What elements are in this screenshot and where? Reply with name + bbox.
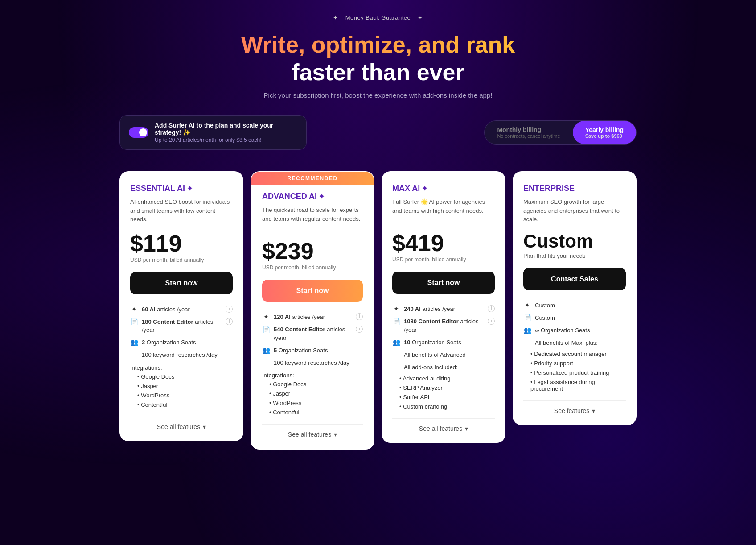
- feature-list-max: ✦ 240 AI articles /yeari 📄 1080 Content …: [392, 303, 495, 374]
- see-features-advanced[interactable]: See all features ▾: [262, 424, 363, 438]
- ai-toggle-text: Add Surfer AI to the plan and scale your…: [155, 122, 297, 143]
- feature-item: ✦ 60 AI articles /yeari: [130, 303, 233, 316]
- feat-icon: 📄: [392, 318, 400, 326]
- addon-item: • Advanced auditing: [392, 374, 495, 383]
- feat-text: 180 Content Editor articles /year: [142, 318, 222, 334]
- star-left: ✦: [333, 14, 338, 21]
- plan-price-note-enterprise: Plan that fits your needs: [523, 252, 626, 259]
- feat-text: Custom: [535, 314, 626, 322]
- plan-price-note-advanced: USD per month, billed annually: [262, 264, 363, 271]
- feat-text: All add-ons included:: [404, 363, 495, 372]
- info-icon[interactable]: i: [488, 318, 495, 325]
- feat-text: All benefits of Max, plus:: [535, 339, 626, 347]
- enterprise-extra-item: • Personalized product training: [523, 368, 626, 377]
- plan-card-max: MAX AI✦ Full Surfer 🌟 AI power for agenc…: [382, 171, 505, 443]
- chevron-down-icon: ▾: [203, 423, 206, 430]
- see-features-label: See all features: [157, 423, 200, 430]
- see-features-enterprise[interactable]: See features ▾: [523, 400, 626, 414]
- feat-icon: 👥: [392, 339, 400, 347]
- card-inner-enterprise: ENTERPRISE Maximum SEO growth for large …: [513, 171, 637, 425]
- billing-yearly[interactable]: Yearly billing Save up to $960: [573, 121, 636, 144]
- feat-icon: ✦: [523, 301, 531, 310]
- billing-monthly[interactable]: Monthly billing No contracts, cancel any…: [485, 121, 572, 144]
- info-icon[interactable]: i: [356, 326, 363, 333]
- feat-icon: [262, 359, 270, 367]
- integrations-label: Integrations:: [262, 369, 363, 380]
- feature-item: 👥 10 Organization Seats: [392, 336, 495, 349]
- plan-price-essential: $119: [130, 232, 233, 255]
- recommended-badge: RECOMMENDED: [251, 172, 374, 185]
- start-button-advanced[interactable]: Start now: [262, 280, 363, 302]
- feat-icon: ✦: [392, 305, 400, 313]
- cards-grid: ESSENTIAL AI✦ AI-enhanced SEO boost for …: [119, 171, 637, 450]
- addon-item: • SERP Analyzer: [392, 383, 495, 392]
- controls-row: Add Surfer AI to the plan and scale your…: [119, 115, 637, 150]
- feat-icon: 📄: [262, 326, 270, 334]
- yearly-sub: Save up to $960: [585, 133, 624, 139]
- feat-icon: 👥: [130, 339, 138, 347]
- integration-item: • Google Docs: [130, 372, 233, 381]
- plan-name-advanced: ADVANCED AI✦: [262, 192, 363, 201]
- monthly-sub: No contracts, cancel anytime: [497, 133, 560, 139]
- ai-toggle-box[interactable]: Add Surfer AI to the plan and scale your…: [119, 115, 307, 150]
- plan-price-max: $419: [392, 231, 495, 255]
- integration-item: • Jasper: [262, 389, 363, 398]
- integration-item: • WordPress: [130, 391, 233, 400]
- plan-card-essential: ESSENTIAL AI✦ AI-enhanced SEO boost for …: [119, 171, 243, 441]
- chevron-down-icon: ▾: [334, 431, 337, 438]
- addon-item: • Surfer API: [392, 392, 495, 402]
- hero-gradient-text: Write, optimize, and rank: [119, 32, 637, 58]
- start-button-enterprise[interactable]: Contact Sales: [523, 268, 626, 290]
- integration-item: • Google Docs: [262, 380, 363, 389]
- feat-text: ∞ Organization Seats: [535, 326, 626, 334]
- start-button-max[interactable]: Start now: [392, 272, 495, 294]
- feat-icon: [392, 363, 400, 372]
- see-features-label: See features: [554, 407, 589, 414]
- plan-card-advanced: RECOMMENDED ADVANCED AI✦ The quickest ro…: [251, 171, 374, 450]
- plan-sparkle-max: ✦: [422, 184, 427, 193]
- monthly-label: Monthly billing: [497, 126, 560, 133]
- card-inner-advanced: ADVANCED AI✦ The quickest road to scale …: [251, 172, 374, 449]
- feat-text: 540 Content Editor articles /year: [274, 326, 352, 342]
- feat-text: 120 AI articles /year: [274, 313, 352, 321]
- feat-text: 10 Organization Seats: [404, 339, 495, 347]
- feature-item: ✦ 120 AI articles /yeari: [262, 311, 363, 323]
- hero-title: Write, optimize, and rank faster than ev…: [119, 32, 637, 86]
- yearly-label: Yearly billing: [585, 126, 624, 133]
- integration-item: • WordPress: [262, 398, 363, 408]
- feat-icon: 📄: [523, 314, 531, 322]
- feat-text: 2 Organization Seats: [142, 339, 233, 347]
- feature-list-advanced: ✦ 120 AI articles /yeari 📄 540 Content E…: [262, 311, 363, 369]
- plan-name-enterprise: ENTERPRISE: [523, 184, 626, 193]
- addon-item: • Custom branding: [392, 402, 495, 411]
- see-features-label: See all features: [419, 425, 462, 432]
- info-icon[interactable]: i: [226, 318, 233, 325]
- money-back-text: Money Back Guarantee: [345, 14, 411, 21]
- chevron-down-icon: ▾: [465, 425, 468, 432]
- feature-item: 100 keyword researches /day: [130, 349, 233, 361]
- start-button-essential[interactable]: Start now: [130, 272, 233, 294]
- plan-sparkle-essential: ✦: [187, 184, 193, 193]
- ai-toggle-switch[interactable]: [129, 127, 148, 138]
- integrations-label: Integrations:: [130, 362, 233, 372]
- plan-price-advanced: $239: [262, 239, 363, 263]
- feature-list-enterprise: ✦ Custom 📄 Custom 👥 ∞ Organization Seats…: [523, 299, 626, 350]
- feat-icon: 📄: [130, 318, 138, 326]
- feat-icon: [130, 351, 138, 359]
- info-icon[interactable]: i: [488, 305, 495, 312]
- feature-item: 👥 ∞ Organization Seats: [523, 324, 626, 337]
- ai-toggle-sub-label: Up to 20 AI articles/month for only $8.5…: [155, 137, 297, 143]
- feature-item: All benefits of Max, plus:: [523, 337, 626, 349]
- feat-text: 100 keyword researches /day: [274, 359, 363, 367]
- plan-price-note-max: USD per month, billed annually: [392, 256, 495, 263]
- info-icon[interactable]: i: [356, 313, 363, 320]
- feat-text: 240 AI articles /year: [404, 305, 484, 313]
- see-features-max[interactable]: See all features ▾: [392, 418, 495, 432]
- feat-icon: ✦: [130, 306, 138, 314]
- feat-text: 5 Organization Seats: [274, 347, 363, 355]
- info-icon[interactable]: i: [226, 306, 233, 313]
- card-inner-max: MAX AI✦ Full Surfer 🌟 AI power for agenc…: [382, 171, 505, 443]
- enterprise-extra-item: • Legal assistance during procurement: [523, 377, 626, 393]
- feature-item: 📄 1080 Content Editor articles /yeari: [392, 315, 495, 336]
- see-features-essential[interactable]: See all features ▾: [130, 417, 233, 430]
